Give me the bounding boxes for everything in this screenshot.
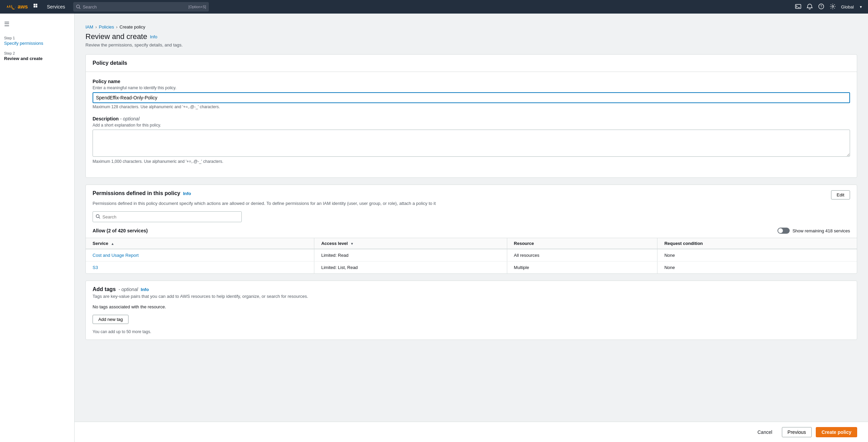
svg-line-5 — [79, 8, 80, 9]
allow-header: Allow (2 of 420 services) Show remaining… — [86, 228, 857, 238]
cloud-icon[interactable] — [795, 3, 801, 11]
svg-line-12 — [99, 217, 100, 218]
sort-icon-access: ▼ — [350, 242, 354, 246]
permissions-card: Permissions defined in this policy Info … — [85, 185, 857, 274]
permissions-header: Permissions defined in this policy Info … — [86, 185, 857, 199]
search-input[interactable] — [83, 4, 186, 9]
help-icon[interactable]: ? — [818, 3, 824, 11]
region-selector[interactable]: Global — [841, 4, 854, 9]
allow-label: Allow (2 of 420 services) — [93, 228, 148, 233]
col-request-condition: Request condition — [657, 238, 857, 249]
svg-rect-0 — [34, 4, 35, 5]
edit-button[interactable]: Edit — [831, 190, 850, 199]
policy-details-body: Policy name Enter a meaningful name to i… — [86, 72, 857, 177]
toggle-label: Show remaining 418 services — [792, 228, 850, 233]
svg-point-10 — [832, 5, 833, 7]
row-2-condition: None — [657, 262, 857, 274]
aws-logo[interactable]: aws — [5, 3, 28, 10]
sort-icon-service: ▲ — [111, 242, 114, 246]
svg-point-11 — [96, 214, 99, 217]
step-1: Step 1 Specify permissions — [4, 36, 70, 46]
no-tags-label: No tags associated with the resource. — [86, 304, 857, 315]
row-1-condition: None — [657, 249, 857, 262]
policy-name-group: Policy name Enter a meaningful name to i… — [93, 79, 850, 109]
description-optional: - optional — [120, 116, 140, 121]
toggle-switch[interactable] — [777, 228, 790, 234]
tags-card: Add tags - optional Info Tags are key-va… — [85, 281, 857, 340]
cost-usage-report-link[interactable]: Cost and Usage Report — [93, 253, 139, 258]
navbar: aws Services [Option+S] ? Global ▼ — [0, 0, 868, 14]
navbar-right: ? Global ▼ — [795, 3, 863, 11]
policy-name-label: Policy name — [93, 79, 850, 84]
grid-icon[interactable] — [33, 3, 39, 11]
col-resource: Resource — [507, 238, 657, 249]
row-1-access: Limited: Read — [314, 249, 507, 262]
tags-desc: Tags are key-value pairs that you can ad… — [93, 294, 850, 299]
col-access-level[interactable]: Access level ▼ — [314, 238, 507, 249]
breadcrumb-iam[interactable]: IAM — [85, 24, 93, 30]
table-row: S3 Limited: List, Read Multiple None — [86, 262, 857, 274]
permissions-title: Permissions defined in this policy Info — [93, 190, 191, 196]
permissions-desc: Permissions defined in this policy docum… — [93, 201, 850, 206]
cancel-button[interactable]: Cancel — [752, 427, 778, 437]
bottom-bar: Cancel Previous Create policy — [75, 422, 868, 442]
policy-details-title: Policy details — [86, 55, 857, 72]
permissions-title-group: Permissions defined in this policy Info — [93, 190, 191, 196]
description-hint: Add a short explanation for this policy. — [93, 123, 850, 128]
policy-name-footer: Maximum 128 characters. Use alphanumeric… — [93, 104, 850, 109]
row-2-service: S3 — [86, 262, 314, 274]
permissions-table: Service ▲ Access level ▼ Resource Reques… — [86, 238, 857, 273]
permissions-search-input[interactable] — [102, 214, 239, 219]
row-1-service: Cost and Usage Report — [86, 249, 314, 262]
tags-info-link[interactable]: Info — [141, 287, 149, 292]
breadcrumb-sep-1: › — [95, 24, 97, 30]
services-nav[interactable]: Services — [44, 4, 68, 9]
svg-point-4 — [76, 5, 79, 8]
search-icon — [96, 214, 100, 220]
page-info-link[interactable]: Info — [150, 34, 157, 39]
search-hint: [Option+S] — [189, 5, 206, 9]
main-content: IAM › Policies › Create policy Review an… — [75, 14, 868, 442]
breadcrumb-policies[interactable]: Policies — [99, 24, 114, 30]
step-2-name[interactable]: Review and create — [4, 56, 70, 61]
description-footer: Maximum 1,000 characters. Use alphanumer… — [93, 159, 850, 164]
description-textarea[interactable] — [93, 130, 850, 157]
step-2: Step 2 Review and create — [4, 51, 70, 61]
svg-rect-1 — [36, 4, 37, 5]
policy-details-card: Policy details Policy name Enter a meani… — [85, 54, 857, 178]
page-header: Review and create Info Review the permis… — [85, 32, 857, 47]
step-1-name[interactable]: Specify permissions — [4, 41, 70, 46]
s3-link[interactable]: S3 — [93, 265, 98, 270]
step-1-label: Step 1 — [4, 36, 70, 40]
previous-button[interactable]: Previous — [782, 427, 812, 437]
policy-name-hint: Enter a meaningful name to identify this… — [93, 85, 850, 90]
description-label: Description - optional — [93, 116, 850, 121]
svg-rect-2 — [34, 6, 35, 7]
navbar-search[interactable]: [Option+S] — [73, 2, 209, 12]
settings-icon[interactable] — [830, 3, 836, 11]
row-2-resource: Multiple — [507, 262, 657, 274]
bell-icon[interactable] — [807, 3, 813, 11]
toggle-container[interactable]: Show remaining 418 services — [777, 228, 850, 234]
page-title: Review and create Info — [85, 32, 857, 41]
breadcrumb-sep-2: › — [116, 24, 117, 30]
description-group: Description - optional Add a short expla… — [93, 116, 850, 164]
steps-nav: Step 1 Specify permissions Step 2 Review… — [0, 31, 74, 72]
table-row: Cost and Usage Report Limited: Read All … — [86, 249, 857, 262]
sidebar-toggle[interactable]: ☰ — [0, 18, 74, 31]
svg-text:?: ? — [820, 5, 822, 8]
policy-name-input[interactable] — [93, 92, 850, 103]
row-2-access: Limited: List, Read — [314, 262, 507, 274]
create-policy-button[interactable]: Create policy — [816, 427, 857, 437]
breadcrumb: IAM › Policies › Create policy — [85, 20, 857, 32]
svg-rect-6 — [795, 4, 801, 8]
sidebar: ☰ Step 1 Specify permissions Step 2 Revi… — [0, 14, 75, 442]
tags-footer: You can add up to 50 more tags. — [86, 329, 857, 340]
tags-header: Add tags - optional Info — [86, 281, 857, 292]
table-header-row: Service ▲ Access level ▼ Resource Reques… — [86, 238, 857, 249]
permissions-info-link[interactable]: Info — [183, 191, 191, 196]
tags-optional: - optional — [118, 287, 138, 292]
col-service[interactable]: Service ▲ — [86, 238, 314, 249]
permissions-search[interactable] — [93, 211, 242, 222]
add-tag-button[interactable]: Add new tag — [93, 315, 129, 324]
